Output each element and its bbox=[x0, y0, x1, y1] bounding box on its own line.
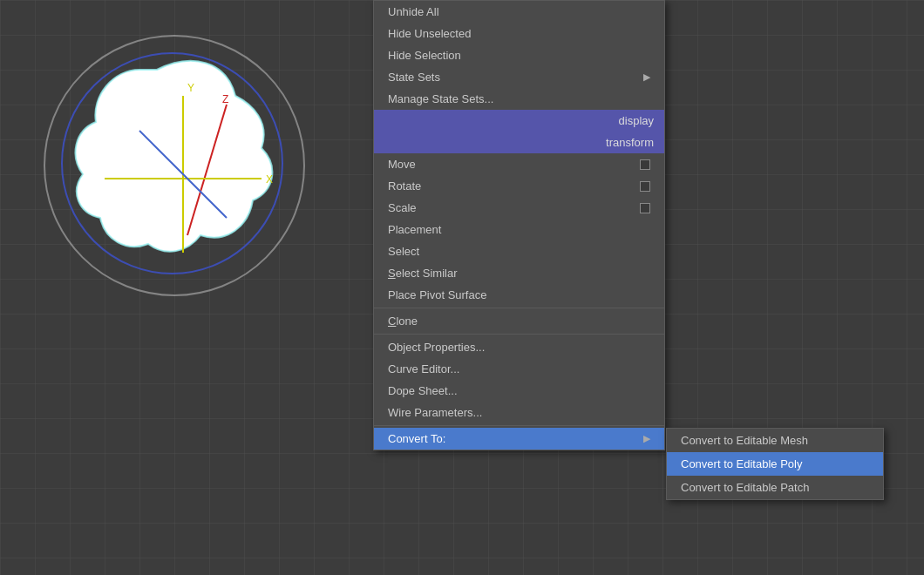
menu-item-clone[interactable]: Clone bbox=[374, 310, 664, 332]
menu-separator-3 bbox=[374, 425, 664, 426]
x-axis-label: X bbox=[266, 173, 273, 186]
move-checkbox bbox=[640, 159, 650, 170]
menu-item-curve-editor[interactable]: Curve Editor... bbox=[374, 358, 664, 380]
state-sets-arrow: ▶ bbox=[643, 71, 650, 83]
scale-checkbox bbox=[640, 203, 650, 213]
rotate-checkbox bbox=[640, 181, 650, 192]
menu-header-transform: transform bbox=[374, 132, 664, 153]
3d-object-area: X Y Z bbox=[26, 26, 357, 314]
menu-item-dope-sheet[interactable]: Dope Sheet... bbox=[374, 380, 664, 402]
viewport: X Y Z Unhide All Hide Unselected Hide Se… bbox=[0, 0, 924, 575]
menu-header-display: display bbox=[374, 110, 664, 132]
context-menu: Unhide All Hide Unselected Hide Selectio… bbox=[373, 0, 665, 450]
z-axis-label: Z bbox=[222, 93, 228, 105]
convert-to-arrow: ▶ bbox=[643, 433, 650, 444]
convert-to-container: Convert To: ▶ Convert to Editable Mesh C… bbox=[374, 428, 664, 450]
menu-separator-2 bbox=[374, 334, 664, 335]
menu-item-select[interactable]: Select bbox=[374, 240, 664, 262]
submenu-item-editable-poly[interactable]: Convert to Editable Poly bbox=[667, 452, 883, 476]
menu-item-hide-unselected[interactable]: Hide Unselected bbox=[374, 23, 664, 44]
menu-item-convert-to[interactable]: Convert To: ▶ bbox=[374, 428, 664, 450]
submenu-item-editable-mesh[interactable]: Convert to Editable Mesh bbox=[667, 429, 883, 452]
convert-to-submenu: Convert to Editable Mesh Convert to Edit… bbox=[666, 428, 884, 500]
y-axis-label: Y bbox=[187, 82, 194, 94]
menu-item-wire-parameters[interactable]: Wire Parameters... bbox=[374, 402, 664, 423]
menu-item-move[interactable]: Move bbox=[374, 153, 664, 175]
menu-separator-1 bbox=[374, 308, 664, 308]
object-shape bbox=[76, 61, 273, 252]
menu-item-unhide-all[interactable]: Unhide All bbox=[374, 1, 664, 23]
menu-item-select-similar[interactable]: Select Similar bbox=[374, 262, 664, 284]
menu-item-object-properties[interactable]: Object Properties... bbox=[374, 336, 664, 358]
menu-item-hide-selection[interactable]: Hide Selection bbox=[374, 44, 664, 66]
object-svg: X Y Z bbox=[52, 44, 296, 288]
menu-item-placement[interactable]: Placement bbox=[374, 219, 664, 240]
menu-item-place-pivot[interactable]: Place Pivot Surface bbox=[374, 284, 664, 306]
menu-item-scale[interactable]: Scale bbox=[374, 197, 664, 219]
menu-item-state-sets[interactable]: State Sets ▶ bbox=[374, 66, 664, 88]
submenu-item-editable-patch[interactable]: Convert to Editable Patch bbox=[667, 476, 883, 499]
menu-item-rotate[interactable]: Rotate bbox=[374, 175, 664, 197]
menu-item-manage-state-sets[interactable]: Manage State Sets... bbox=[374, 88, 664, 110]
